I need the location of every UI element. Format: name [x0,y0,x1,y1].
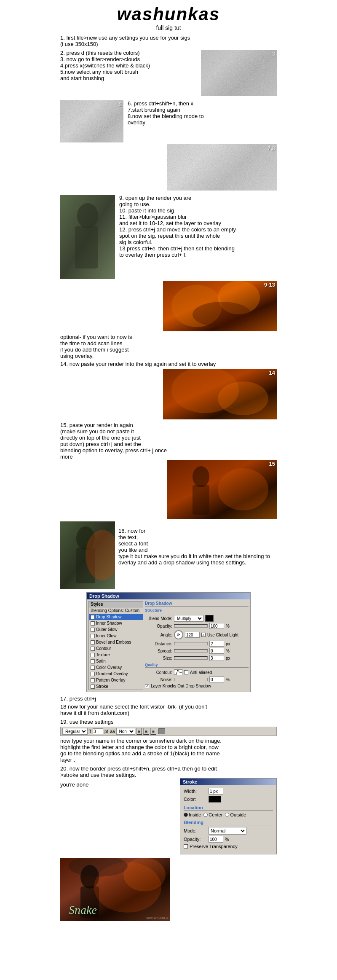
ps-distance-unit: px [226,642,230,646]
ps-dropshadow-title: Drop Shadow [145,601,249,607]
ps-shadow-color-swatch[interactable] [205,615,214,622]
ps-item-coloroverlay[interactable]: Color Overlay [89,664,143,671]
stroke-mode-label: Mode: [184,828,207,833]
stroke-width-input[interactable] [209,788,223,795]
ps-noise-row: Noise: % [145,677,249,682]
ps-item-bevel[interactable]: Bevel and Emboss [89,639,143,645]
ps-blend-mode-row: Blend Mode: Multiply [145,615,249,622]
ps-checkbox-patoverlay [91,678,95,682]
step-2-5: 3 2. press d (this resets the colors) 3.… [60,50,277,98]
ps-size-input[interactable] [209,655,224,661]
ps-checkbox-inner [91,621,95,626]
toolbar-align-left[interactable]: ≡ [136,728,142,735]
toolbar-font-select[interactable]: Regular [62,728,88,735]
ps-size-row: Size: px [145,655,249,661]
radio-center-circle [203,813,208,817]
ps-angle-input[interactable] [185,632,200,638]
ps-spread-slider[interactable] [174,649,208,652]
stroke-color-swatch[interactable] [209,796,221,803]
ps-blend-mode-select[interactable]: Multiply [174,615,203,622]
ps-layer-knocks-check[interactable]: ✓ [145,684,149,688]
image-913-label: 9-13 [264,282,275,288]
page-container: washunkas full sig tut 1. first file>new… [56,0,281,928]
ps-opacity-input[interactable] [209,623,224,629]
stroke-location-outside[interactable]: Outside [225,812,246,817]
ps-antialiased-label: Anti-aliased [190,670,212,675]
ps-global-light-label: Use Global Light [207,633,238,637]
stroke-blending-section: Blending Mode: Normal Opacity: % [184,820,273,849]
svg-point-17 [193,466,209,487]
ps-item-dropshadow[interactable]: ✓ Drop Shadow [89,614,143,620]
step-13: 13.press ctrl+e, then ctrl+j then set th… [119,245,277,258]
ps-item-dropshadow-label: Drop Shadow [96,615,122,619]
ps-contour-svg [174,670,182,675]
fire-image-15-container: 15 [167,460,277,519]
toolbar-align-right[interactable]: ≡ [150,728,156,735]
fire-img-1: 9-13 [163,281,277,331]
stroke-mode-select[interactable]: Normal [209,827,246,835]
step-11: 11. filter>blur>gaussian blur and set it… [119,214,277,226]
ps-item-outerglow[interactable]: Outer Glow [89,626,143,633]
image-78-container: 7,8 [167,144,277,191]
ps-item-texture[interactable]: Texture [89,652,143,658]
ps-distance-input[interactable] [209,641,224,647]
ps-distance-label: Distance: [145,642,172,646]
ps-item-satin[interactable]: Satin [89,658,143,664]
stroke-opacity-unit: % [225,837,229,842]
ps-item-patternoverlay[interactable]: Pattern Overlay [89,677,143,683]
ps-opacity-slider[interactable] [174,624,208,628]
ps-left-title: Styles [89,601,143,607]
ps-item-blending[interactable]: Blending Options: Custom [89,607,143,614]
stroke-preserve-checkbox[interactable] [184,844,188,848]
radio-outside-circle [225,813,229,817]
toolbar-size-input[interactable] [93,728,103,734]
ps-item-gradientoverlay[interactable]: Gradient Overlay [89,671,143,677]
stroke-location-center[interactable]: Center [203,812,222,817]
ps-quality-title: Quality [145,663,249,668]
ps-item-coloroverlay-label: Color Overlay [96,665,122,670]
stroke-location-title: Location [184,805,273,811]
stroke-dialog-body: Width: Color: Location Inside [180,785,276,854]
ps-contour-label: Contour: [145,670,172,675]
radio-outside-label: Outside [230,812,246,817]
ps-angle-widget[interactable]: ⟳ [174,630,183,639]
ps-item-stroke[interactable]: Stroke [89,683,143,690]
step-18-text: 18 now for your name select the font vis… [60,703,277,716]
ps-spread-unit: % [226,649,230,653]
ps-item-innershadow[interactable]: Inner Shadow [89,620,143,626]
final-image-block: Snake WASHUNKA [60,858,277,921]
ps-checkbox-stroke [91,685,95,689]
stroke-opacity-input[interactable] [209,836,223,843]
stroke-location-inside[interactable]: Inside [184,812,201,817]
ps-checkbox-gradoverlay [91,672,95,676]
toolbar-color-swatch[interactable] [158,728,165,734]
ps-spread-input[interactable] [209,648,224,654]
ps-noise-slider[interactable] [174,678,208,681]
ps-toolbar: Regular T pt aa None ≡ ≡ ≡ [60,727,277,736]
ps-angle-label: Angle: [145,633,172,637]
ps-structure-title: Structure [145,608,249,613]
ps-left-panel: Styles Blending Options: Custom ✓ Drop S… [88,601,143,690]
ps-opacity-label: Opacity: [145,624,172,628]
ps-global-light-check[interactable]: ✓ [201,633,206,637]
toolbar-aa-select[interactable]: None [116,728,135,735]
toolbar-align-center[interactable]: ≡ [143,728,149,735]
step-14: 14. now paste your render into the sig a… [60,361,277,367]
ps-antialiased-check[interactable] [184,670,188,674]
ps-layer-knocks-row: ✓ Layer Knocks Out Drop Shadow [145,684,249,688]
ps-item-contour[interactable]: Contour [89,645,143,652]
ps-checkbox-satin [91,659,95,663]
ps-contour-preview[interactable] [174,669,182,675]
svg-rect-18 [193,485,209,515]
step-8: 8.now set the blending mode to overlay [128,113,277,126]
ps-noise-input[interactable] [209,677,224,682]
ps-distance-slider[interactable] [174,642,208,645]
step-12: 12. press ctrl+j and move the colors to … [119,226,277,245]
step-6-8: 5 6. press ctrl+shift+n, then x 7.start … [60,100,277,192]
snake-render-2 [60,521,115,589]
image-3-container: 3 [201,50,277,96]
ps-spread-row: Spread: % [145,648,249,654]
ps-item-innerglow[interactable]: Inner Glow [89,633,143,639]
ps-checkbox-outer [91,628,95,632]
ps-size-slider[interactable] [174,656,208,660]
